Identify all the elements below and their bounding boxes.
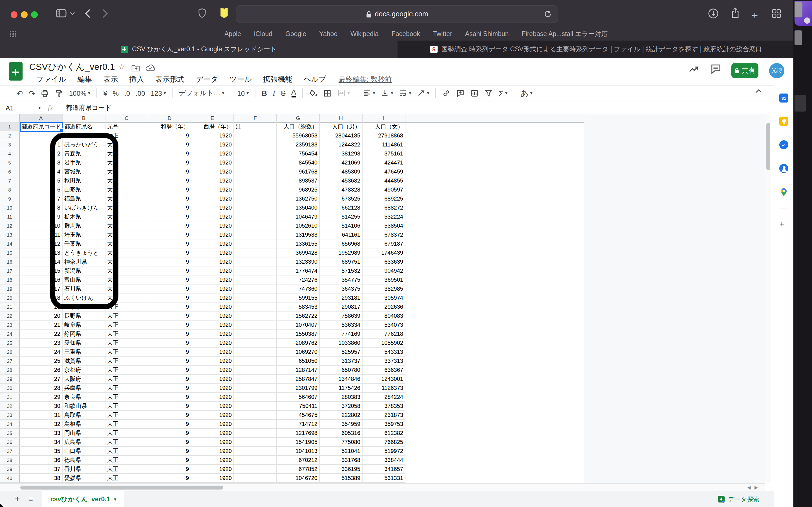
vertical-align-select[interactable]: ▾ (380, 89, 393, 98)
cell-D36[interactable]: 9 (148, 438, 191, 446)
cell-H6[interactable]: 485309 (320, 167, 363, 176)
window-zoom-button[interactable] (31, 11, 38, 18)
functions-select[interactable]: Σ▾ (499, 89, 507, 98)
cell-E19[interactable]: 1920 (191, 284, 234, 293)
cell-D2[interactable]: 9 (148, 131, 191, 140)
cell-C35[interactable]: 大正 (105, 429, 148, 437)
cell-A2[interactable]: 0 (20, 131, 63, 140)
cell-D11[interactable]: 9 (148, 212, 191, 221)
cell-H35[interactable]: 605316 (320, 429, 363, 437)
select-all-corner[interactable] (0, 114, 20, 122)
get-addons-button[interactable]: + (779, 219, 784, 229)
text-rotation-select[interactable]: ▾ (417, 89, 429, 98)
cell-A5[interactable]: 3 (20, 158, 63, 167)
cell-G19[interactable]: 747360 (277, 284, 320, 293)
cell-C29[interactable]: 大正 (105, 375, 148, 383)
cell-D3[interactable]: 9 (148, 140, 191, 149)
cell-F28[interactable] (234, 365, 277, 374)
cell-G20[interactable]: 599155 (277, 293, 320, 302)
column-header-C[interactable]: C (105, 114, 148, 122)
cell-E13[interactable]: 1920 (191, 230, 234, 239)
cell-F35[interactable] (234, 429, 277, 437)
cell-G3[interactable]: 2359183 (277, 140, 320, 149)
row-header-26[interactable]: 26 (0, 348, 20, 356)
menu-ツール[interactable]: ツール (225, 74, 256, 85)
cell-B5[interactable]: 岩手県 (63, 158, 105, 167)
cell-B17[interactable]: 新潟県 (63, 267, 105, 275)
create-filter-button[interactable] (485, 89, 493, 98)
cell-I39[interactable]: 341657 (363, 465, 405, 473)
cell-F36[interactable] (234, 438, 277, 446)
cell-F20[interactable] (234, 293, 277, 302)
cell-E2[interactable]: 1920 (191, 131, 234, 140)
zoom-select[interactable]: 100%▾ (69, 89, 90, 97)
cell-F16[interactable] (234, 258, 277, 266)
cell-F25[interactable] (234, 339, 277, 347)
currency-format-button[interactable]: ¥ (103, 89, 107, 97)
cell-D17[interactable]: 9 (148, 267, 191, 275)
cell-C9[interactable]: 大正 (105, 194, 148, 203)
cell-C17[interactable]: 大正 (105, 267, 148, 275)
cell-G5[interactable]: 845540 (277, 158, 320, 167)
cell-F29[interactable] (234, 375, 277, 383)
cell-H27[interactable]: 313737 (320, 356, 363, 365)
cell-D33[interactable]: 9 (148, 411, 191, 419)
cell-A16[interactable]: 14 (20, 258, 63, 266)
cell-C30[interactable]: 大正 (105, 384, 148, 392)
cell-D27[interactable]: 9 (148, 356, 191, 365)
cell-F40[interactable] (234, 474, 277, 482)
decrease-decimals-button[interactable]: .0 (124, 89, 130, 97)
window-minimize-button[interactable] (21, 11, 28, 18)
cell-D4[interactable]: 9 (148, 149, 191, 158)
cell-I9[interactable]: 689225 (363, 194, 405, 203)
cell-B23[interactable]: 岐阜県 (63, 321, 105, 329)
cell-A36[interactable]: 34 (20, 438, 63, 446)
cell-B7[interactable]: 秋田県 (63, 176, 105, 185)
cell-I13[interactable]: 678372 (363, 230, 405, 239)
extension-bookmark-icon[interactable] (219, 7, 229, 19)
cell-F11[interactable] (234, 212, 277, 221)
cell-G17[interactable]: 1776474 (277, 267, 320, 275)
insert-chart-button[interactable] (470, 89, 479, 98)
cell-A32[interactable]: 30 (20, 402, 63, 410)
cell-C26[interactable]: 大正 (105, 348, 148, 356)
cell-C25[interactable]: 大正 (105, 339, 148, 347)
cell-D37[interactable]: 9 (148, 447, 191, 455)
cell-E31[interactable]: 1920 (191, 393, 234, 401)
window-close-button[interactable] (11, 11, 17, 18)
row-header-33[interactable]: 33 (0, 411, 20, 420)
cell-H15[interactable]: 1952989 (320, 248, 363, 257)
cell-C13[interactable]: 大正 (105, 230, 148, 239)
horizontal-align-select[interactable]: ▾ (363, 89, 375, 98)
cell-A20[interactable]: 18 (20, 293, 63, 302)
cell-D28[interactable]: 9 (148, 365, 191, 374)
menu-表示形式[interactable]: 表示形式 (151, 74, 189, 85)
cell-B22[interactable]: 長野県 (63, 312, 105, 320)
cell-G39[interactable]: 677852 (277, 465, 320, 473)
cell-E22[interactable]: 1920 (191, 312, 234, 320)
cell-E12[interactable]: 1920 (191, 221, 234, 230)
cell-B4[interactable]: 青森県 (63, 149, 105, 158)
cell-E5[interactable]: 1920 (191, 158, 234, 167)
cell-C16[interactable]: 大正 (105, 258, 148, 266)
cell-I18[interactable]: 369501 (363, 276, 405, 284)
bookmark-item[interactable]: Apple (224, 31, 241, 37)
cell-A6[interactable]: 4 (20, 167, 63, 176)
row-header-18[interactable]: 18 (0, 276, 20, 284)
google-tasks-icon[interactable]: ✓ (779, 140, 788, 149)
cell-C24[interactable]: 大正 (105, 330, 148, 338)
cell-G24[interactable]: 1550387 (277, 330, 320, 338)
formula-input[interactable]: 都道府県コード (66, 104, 111, 112)
row-header-6[interactable]: 6 (0, 167, 20, 176)
cell-B30[interactable]: 兵庫県 (63, 384, 105, 392)
cell-D15[interactable]: 9 (148, 248, 191, 257)
italic-button[interactable]: I (273, 89, 275, 98)
cell-H21[interactable]: 290817 (320, 302, 363, 311)
cell-H36[interactable]: 775080 (320, 438, 363, 446)
row-header-36[interactable]: 36 (0, 438, 20, 447)
cell-F19[interactable] (234, 284, 277, 293)
strikethrough-button[interactable]: S (281, 89, 286, 98)
cell-D38[interactable]: 9 (148, 456, 191, 464)
bookmark-item[interactable]: Google (285, 31, 306, 37)
cell-B18[interactable]: 富山県 (63, 276, 105, 284)
